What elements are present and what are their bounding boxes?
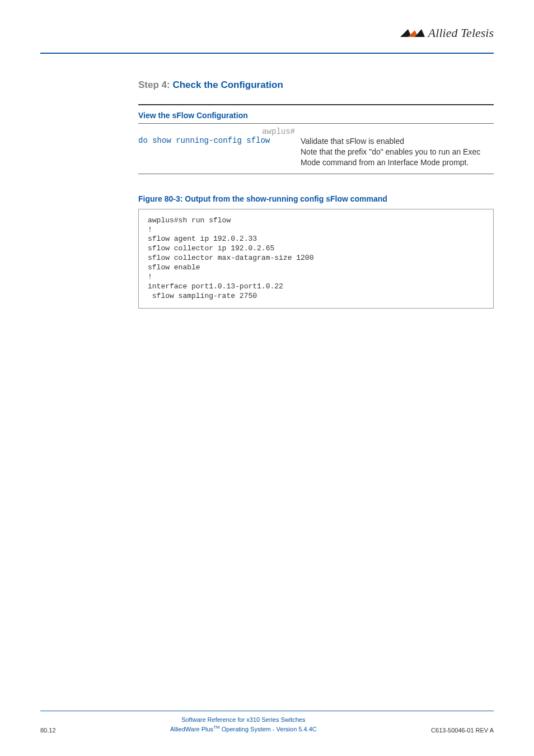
command-description: Validate that sFlow is enabled Note that… bbox=[295, 136, 494, 168]
step-prefix: Step 4: bbox=[138, 80, 170, 90]
brand-logo: Allied Telesis bbox=[400, 26, 494, 40]
footer-page-number: 80.12 bbox=[40, 727, 56, 734]
footer-line2: AlliedWare PlusTM Operating System - Ver… bbox=[56, 724, 432, 734]
cli-command: do show running-config sflow bbox=[138, 136, 295, 145]
footer-rev: C613-50046-01 REV A bbox=[431, 727, 494, 734]
section-rule-mid bbox=[138, 123, 494, 124]
step-heading: Step 4: Check the Configuration bbox=[138, 80, 494, 91]
desc-line1: Validate that sFlow is enabled bbox=[301, 137, 404, 146]
header-rule bbox=[40, 53, 494, 54]
footer-rule bbox=[40, 711, 494, 711]
cli-prompt: awplus# bbox=[138, 127, 295, 136]
desc-rest: Note that the prefix "do" enables you to… bbox=[301, 147, 480, 167]
figure-caption: Figure 80-3: Output from the show-runnin… bbox=[138, 194, 494, 203]
section-heading: View the sFlow Configuration bbox=[138, 111, 494, 120]
page-footer: 80.12 Software Reference for x310 Series… bbox=[40, 711, 494, 734]
section-rule-top bbox=[138, 104, 494, 105]
logo-mark-icon bbox=[400, 27, 425, 39]
logo-text: Allied Telesis bbox=[428, 26, 494, 40]
step-title: Check the Configuration bbox=[172, 80, 283, 90]
footer-line1: Software Reference for x310 Series Switc… bbox=[56, 716, 432, 724]
section-rule-bottom bbox=[138, 174, 494, 174]
svg-marker-2 bbox=[415, 29, 425, 37]
code-output-box: awplus#sh run sflow ! sflow agent ip 192… bbox=[138, 209, 494, 309]
